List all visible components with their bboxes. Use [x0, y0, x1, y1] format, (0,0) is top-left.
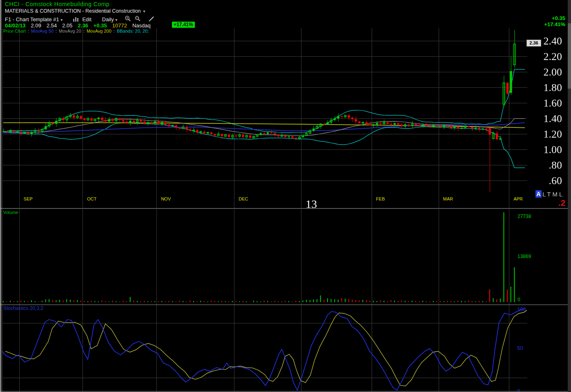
legend-separator: :: [56, 29, 57, 33]
quote-date: 04/02/13: [5, 22, 26, 29]
volume-pane-label[interactable]: Volume: [3, 210, 18, 215]
last-price-tag: 2.36: [526, 40, 541, 47]
stochastics-pane-label[interactable]: Stochastics 20,3,2: [3, 305, 43, 311]
change-value: +0.35: [544, 15, 565, 21]
change-percent: +17.41%: [544, 21, 565, 27]
quote-exchange: Nasdaq: [132, 22, 151, 29]
industry-selector[interactable]: MATERIALS & CONSTRUCTION - Residential C…: [5, 8, 145, 14]
quote-volume: 10772: [112, 22, 127, 29]
legend-separator: :: [83, 29, 85, 33]
legend-movavg-50[interactable]: MovAvg 50: [31, 29, 54, 33]
pen-drawing-tool-icon[interactable]: [148, 16, 155, 23]
quote-low: 2.05: [62, 22, 72, 29]
quote-change: +0.35: [94, 22, 107, 29]
chevron-down-icon: ▾: [60, 18, 62, 22]
corner-red-mark: .2: [558, 198, 566, 208]
industry-label: MATERIALS & CONSTRUCTION - Residential C…: [5, 8, 141, 14]
watermark-text: LTML: [542, 191, 564, 198]
symbol-title[interactable]: CHCI - Comstock Homebuilding Comp: [5, 1, 109, 7]
quote-close: 2.36: [78, 22, 88, 29]
quote-high: 2.54: [47, 22, 57, 29]
period-dropdown[interactable]: Daily ▾: [102, 16, 118, 22]
volume-pane[interactable]: [0, 209, 571, 305]
legend-price-chart[interactable]: Price Chart: [3, 29, 26, 33]
scrollbar-thumb[interactable]: [568, 23, 571, 89]
template-dropdown[interactable]: F1 - Chart Template #1 ▾: [5, 16, 62, 22]
period-label: Daily: [102, 16, 114, 22]
indicator-legend: Price Chart : MovAvg 50 : MovAvg 20 : Mo…: [3, 29, 149, 33]
price-chart-pane[interactable]: [0, 28, 571, 209]
legend-separator: :: [28, 29, 29, 33]
percent-change-badge: +17.41%: [172, 22, 195, 28]
tc2000-chart-window: CHCI - Comstock Homebuilding Comp MATERI…: [0, 0, 571, 392]
stochastics-pane[interactable]: [0, 305, 571, 392]
quote-open: 2.09: [31, 22, 41, 29]
edit-button[interactable]: Edit: [82, 16, 91, 22]
scrollbar[interactable]: [568, 0, 571, 392]
bar-chart-icon[interactable]: [73, 16, 79, 23]
change-readout: +0.35 +17.41%: [544, 15, 565, 27]
window-left-border: [0, 0, 1, 392]
legend-bbands[interactable]: BBands: 20, 20;: [117, 29, 149, 33]
legend-movavg-20[interactable]: MovAvg 20: [59, 29, 81, 33]
quote-row: 04/02/13 2.09 2.54 2.05 2.36 +0.35 10772…: [5, 22, 151, 29]
watermark-a-logo: A: [535, 190, 542, 198]
chevron-down-icon: ▾: [115, 18, 117, 22]
chevron-down-icon: ▾: [143, 9, 145, 13]
legend-movavg-200[interactable]: MovAvg 200: [87, 29, 112, 33]
altml-watermark: A LTML: [535, 190, 564, 198]
template-label: F1 - Chart Template #1: [5, 16, 59, 22]
legend-separator: :: [114, 29, 115, 33]
